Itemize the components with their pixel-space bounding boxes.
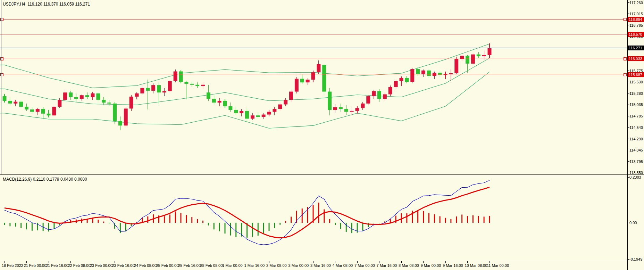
macd-histogram-bar xyxy=(417,211,418,223)
macd-histogram-bar xyxy=(48,223,49,231)
candle-bear xyxy=(195,85,199,86)
candle-bull xyxy=(14,102,17,104)
price-axis-label: 117.015 xyxy=(629,12,643,16)
macd-histogram-bar xyxy=(467,216,468,223)
macd-histogram-bar xyxy=(379,223,380,223)
candle-bear xyxy=(179,72,183,82)
macd-axis-label: 0.2303 xyxy=(629,175,641,179)
time-axis-label: 24 Feb 08:00 xyxy=(134,263,157,268)
candle-bull xyxy=(295,79,299,92)
price-axis-label: 115.280 xyxy=(629,91,643,96)
candle-bull xyxy=(317,64,320,72)
candle-bear xyxy=(118,121,122,125)
macd-histogram-bar xyxy=(37,223,38,230)
macd-histogram-bar xyxy=(53,223,55,229)
candle-bull xyxy=(449,73,453,74)
macd-histogram-bar xyxy=(4,223,5,225)
macd-histogram-bar xyxy=(285,221,286,223)
macd-histogram-bar xyxy=(472,215,474,223)
time-axis-label: 1 Mar 00:00 xyxy=(222,263,243,268)
macd-histogram-bar xyxy=(368,223,369,227)
candle-bull xyxy=(36,109,40,112)
candle-bull xyxy=(151,85,155,91)
candle-bear xyxy=(256,115,260,117)
price-axis-label: 117.260 xyxy=(629,1,643,5)
hline-price-badge: 116.894 xyxy=(628,17,644,22)
macd-histogram-bar xyxy=(252,223,253,237)
macd-histogram-bar xyxy=(164,216,165,223)
candle-bull xyxy=(460,56,464,59)
time-axis-label: 25 Feb 16:00 xyxy=(178,263,201,268)
macd-histogram-bar xyxy=(26,223,27,229)
candle-bull xyxy=(284,100,287,104)
candle-bull xyxy=(52,107,56,115)
macd-histogram-bar xyxy=(401,213,402,223)
candle-bear xyxy=(190,84,194,85)
macd-indicator-label: MACD(12,26,9) 0.2110 0.1779 0.0430 0.000… xyxy=(3,177,87,182)
macd-axis-label: -0.1949 xyxy=(629,257,642,261)
candle-bear xyxy=(377,91,381,99)
macd-histogram-bar xyxy=(169,214,170,223)
time-axis-label: 3 Mar 00:00 xyxy=(288,263,309,268)
bollinger-upper-band xyxy=(0,44,490,88)
candle-bull xyxy=(372,91,376,96)
candle-bear xyxy=(322,65,326,92)
macd-histogram-bar xyxy=(219,223,220,231)
candle-bear xyxy=(300,79,304,83)
macd-histogram-bar xyxy=(109,223,110,223)
macd-histogram-bar xyxy=(175,212,176,223)
time-axis-label: 2 Mar 08:00 xyxy=(266,263,287,268)
macd-histogram-bar xyxy=(208,223,209,226)
candle-bull xyxy=(162,91,166,92)
hline-drag-handle[interactable] xyxy=(624,58,626,60)
macd-histogram-bar xyxy=(181,213,182,223)
macd-histogram-bar xyxy=(98,220,99,223)
time-axis-label: 1 Mar 16:00 xyxy=(244,263,265,268)
candle-bear xyxy=(102,100,106,103)
macd-histogram-bar xyxy=(235,223,236,237)
hline-drag-handle[interactable] xyxy=(624,74,626,76)
macd-histogram-bar xyxy=(15,223,16,227)
candle-bull xyxy=(262,115,266,117)
candle-bear xyxy=(47,114,51,115)
candle-bull xyxy=(63,92,67,100)
candle-bull xyxy=(201,85,205,86)
candle-bull xyxy=(168,81,172,91)
time-axis-label: 25 Feb 00:00 xyxy=(156,263,179,268)
macd-histogram-bar xyxy=(147,216,148,223)
candle-bull xyxy=(140,88,144,93)
time-axis-label: 21 Feb 00:00 xyxy=(24,263,47,268)
macd-histogram-bar xyxy=(373,223,374,223)
macd-histogram-bar xyxy=(478,216,479,223)
price-axis-label: 114.540 xyxy=(629,125,643,130)
candle-bull xyxy=(278,105,282,109)
macd-histogram-bar xyxy=(351,223,352,233)
candle-bear xyxy=(113,104,117,121)
price-axis-label: 115.530 xyxy=(629,80,643,84)
candle-bull xyxy=(482,55,486,56)
candle-bear xyxy=(8,101,12,104)
hline-drag-handle[interactable] xyxy=(624,18,626,21)
macd-histogram-bar xyxy=(225,223,226,234)
chart-canvas[interactable] xyxy=(0,0,644,270)
candle-bear xyxy=(344,109,348,112)
candle-bear xyxy=(466,56,469,64)
macd-histogram-bar xyxy=(412,211,413,223)
candle-bear xyxy=(234,110,238,113)
macd-histogram-bar xyxy=(291,216,292,223)
candle-bear xyxy=(405,78,409,82)
current-price-badge: 116.271 xyxy=(628,46,644,50)
time-axis-label: 18 Feb 2022 xyxy=(2,263,23,268)
candle-bull xyxy=(488,48,492,55)
price-axis-label: 113.550 xyxy=(629,171,643,175)
candle-bull xyxy=(80,95,84,99)
time-axis-label: 8 Mar 08:00 xyxy=(399,263,419,268)
macd-histogram-bar xyxy=(186,215,187,223)
candle-bull xyxy=(218,101,221,103)
candle-bull xyxy=(174,72,177,81)
candle-bear xyxy=(328,92,332,110)
candle-bull xyxy=(421,71,425,74)
candle-bear xyxy=(74,97,78,99)
time-axis-label: 23 Feb 16:00 xyxy=(112,263,135,268)
macd-histogram-bar xyxy=(329,219,330,223)
